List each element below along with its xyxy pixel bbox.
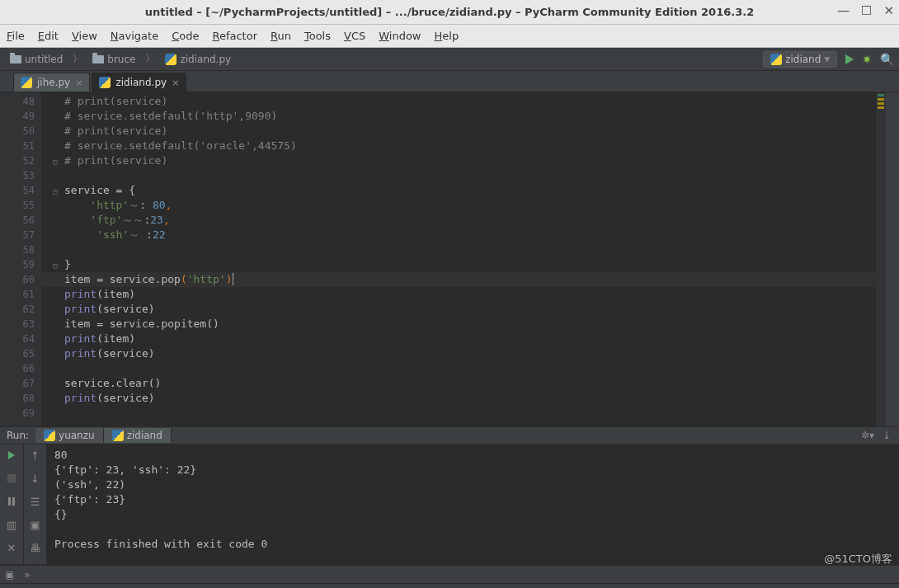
menu-help[interactable]: Help [435,30,459,42]
close-tab-icon[interactable]: × [172,78,179,88]
menu-tools[interactable]: Tools [304,30,331,42]
menu-bar: FileEditViewNavigateCodeRefactorRunTools… [0,25,899,48]
scroll-down-button[interactable]: ↓ [28,471,43,486]
code-line-60[interactable]: item = service.pop('http') [41,272,876,287]
line-number-gutter: 4849505152535455565758596061626364656667… [0,92,41,426]
run-tool-header: Run: yuanzuzidiand ✲▾ ⤓ [0,426,899,445]
folder-icon [92,55,104,64]
code-editor[interactable]: 4849505152535455565758596061626364656667… [0,92,899,426]
code-line-48[interactable]: # print(service) [41,94,876,109]
tool-window-quick-access[interactable]: ▣ [0,569,19,581]
code-line-50[interactable]: # print(service) [41,124,876,139]
python-icon [165,54,177,65]
run-button[interactable] [845,54,854,64]
run-output[interactable]: 80 {'ftp': 23, 'ssh': 22} ('ssh', 22) {'… [46,445,899,564]
soft-wrap-button[interactable]: ☰ [28,494,43,509]
code-line-61[interactable]: print(item) [41,287,876,302]
window-title: untitled – [~/PycharmProjects/untitled] … [145,6,754,18]
editor-tab-zidiand.py[interactable]: zidiand.py× [92,73,186,92]
breadcrumb-untitled[interactable]: untitled [5,52,68,67]
editor-tabs: jihe.py×zidiand.py× [0,71,899,92]
run-tool-window: ▥ ✕ ↑ ↓ ☰ ▣ 🖶 80 {'ftp': 23, 'ssh': 22} … [0,445,899,565]
minimize-button[interactable]: — [837,3,850,18]
code-line-58[interactable] [41,242,876,257]
python-icon [770,54,782,65]
code-line-55[interactable]: 'http'～: 80, [41,198,876,213]
stop-button[interactable] [4,471,19,486]
code-line-53[interactable] [41,168,876,183]
code-line-63[interactable]: item = service.popitem() [41,317,876,332]
menu-file[interactable]: File [7,30,25,42]
run-tab-zidiand[interactable]: zidiand [104,428,172,443]
code-area[interactable]: # print(service)# service.setdefault('ht… [41,92,876,426]
rerun-button[interactable] [4,448,19,463]
close-tab-icon[interactable]: × [75,78,82,88]
breadcrumb-label: bruce [107,54,135,65]
toggle-button[interactable]: ▣ [28,517,43,532]
python-icon [44,430,55,441]
layout-button[interactable]: ▥ [4,517,19,532]
menu-view[interactable]: View [72,30,97,42]
maximize-button[interactable]: ☐ [861,3,872,18]
right-gutter [886,92,899,426]
debug-button[interactable]: ✷ [862,53,872,66]
folder-icon [10,55,21,64]
menu-code[interactable]: Code [172,30,199,42]
run-tab-label: zidiand [127,430,162,441]
code-line-54[interactable]: ⊟service = { [41,183,876,198]
code-line-68[interactable]: print(service) [41,391,876,406]
menu-vcs[interactable]: VCS [344,30,365,42]
run-config-label: zidiand [785,54,821,65]
code-line-59[interactable]: ⊟} [41,257,876,272]
python-icon [112,430,124,441]
breadcrumb-bruce[interactable]: bruce [87,52,140,67]
breadcrumb-label: zidiand.py [180,54,231,65]
run-tab-yuanzu[interactable]: yuanzu [35,428,104,443]
close-window-button[interactable]: ✕ [883,3,894,18]
status-bar: ⊟ IBus prior to 1.5.11 may cause input p… [0,583,899,588]
tab-label: zidiand.py [115,77,167,88]
run-tab-label: yuanzu [59,430,95,441]
menu-run[interactable]: Run [271,30,291,42]
navigation-bar: untitled〉bruce〉zidiand.py zidiand ▼ ✷ 🔍 [0,48,899,71]
tab-label: jihe.py [37,77,70,88]
menu-navigate[interactable]: Navigate [111,30,158,42]
code-line-52[interactable]: ⊟# print(service) [41,153,876,168]
breadcrumb-label: untitled [25,54,63,65]
editor-tab-jihe.py[interactable]: jihe.py× [13,73,90,92]
code-line-66[interactable] [41,361,876,376]
python-icon [21,77,32,88]
run-pin-icon[interactable]: ⤓ [883,430,891,441]
pause-button[interactable] [4,494,19,509]
expand-button[interactable]: » [19,569,35,581]
menu-refactor[interactable]: Refactor [212,30,257,42]
run-config-selector[interactable]: zidiand ▼ [763,51,837,68]
run-settings-icon[interactable]: ✲▾ [861,430,874,441]
run-label: Run: [0,430,35,441]
bottom-tool-strip: ▣ » [0,565,899,583]
menu-window[interactable]: Window [379,30,421,42]
title-bar: untitled – [~/PycharmProjects/untitled] … [0,0,899,25]
code-line-67[interactable]: service.clear() [41,376,876,391]
print-button[interactable]: 🖶 [28,540,43,555]
python-icon [99,77,111,88]
code-line-65[interactable]: print(service) [41,346,876,361]
code-line-51[interactable]: # service.setdefault('oracle',44575) [41,139,876,153]
code-line-62[interactable]: print(service) [41,302,876,317]
close-run-button[interactable]: ✕ [4,540,19,555]
chevron-down-icon: ▼ [824,55,830,64]
code-line-64[interactable]: print(item) [41,332,876,346]
code-line-57[interactable]: 'ssh'～ :22 [41,228,876,242]
error-stripe[interactable] [876,92,886,426]
scroll-up-button[interactable]: ↑ [28,448,43,463]
menu-edit[interactable]: Edit [38,30,59,42]
breadcrumb-zidiand.py[interactable]: zidiand.py [160,52,236,67]
code-line-56[interactable]: 'ftp'～～:23, [41,213,876,228]
search-everywhere-button[interactable]: 🔍 [880,53,894,66]
code-line-69[interactable] [41,406,876,421]
code-line-49[interactable]: # service.setdefault('http',9090) [41,109,876,124]
